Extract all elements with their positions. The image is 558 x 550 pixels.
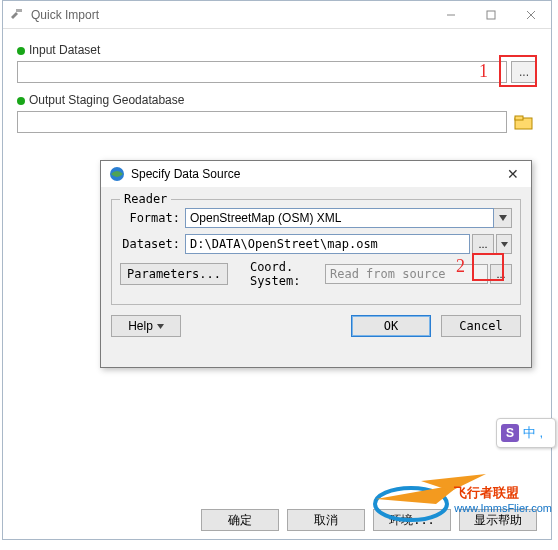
format-combo-arrow[interactable] (494, 208, 512, 228)
hammer-icon (9, 7, 25, 23)
format-label: Format: (120, 211, 180, 225)
globe-icon (109, 166, 125, 182)
required-dot-icon (17, 97, 25, 105)
format-combo[interactable]: OpenStreetMap (OSM) XML (185, 208, 494, 228)
dataset-browse-button[interactable]: ... (472, 234, 494, 254)
output-browse-button[interactable] (511, 111, 537, 133)
ime-mode: 中 , (523, 424, 543, 442)
dialog-ok-button[interactable]: OK (351, 315, 431, 337)
annotation-label-2: 2 (456, 256, 465, 277)
quick-import-button-bar: 确定 取消 环境... 显示帮助 (3, 509, 551, 531)
ok-button[interactable]: 确定 (201, 509, 279, 531)
folder-icon (514, 113, 534, 131)
parameters-button[interactable]: Parameters... (120, 263, 228, 285)
quick-import-titlebar: Quick Import (3, 1, 551, 29)
ime-badge[interactable]: S 中 , (496, 418, 556, 448)
coord-browse-button[interactable]: ... (490, 264, 512, 284)
specify-data-source-dialog: Specify Data Source ✕ Reader Format: Ope… (100, 160, 532, 368)
quick-import-title: Quick Import (31, 8, 99, 22)
output-geodatabase-field[interactable] (17, 111, 507, 133)
input-dataset-label: Input Dataset (17, 43, 537, 57)
quick-import-body: Input Dataset ... Output Staging Geodata… (3, 29, 551, 157)
minimize-button[interactable] (431, 1, 471, 29)
output-geodatabase-label: Output Staging Geodatabase (17, 93, 537, 107)
maximize-button[interactable] (471, 1, 511, 29)
svg-rect-6 (515, 116, 523, 120)
data-source-titlebar: Specify Data Source ✕ (101, 161, 531, 187)
reader-group: Reader Format: OpenStreetMap (OSM) XML D… (111, 199, 521, 305)
svg-rect-2 (487, 11, 495, 19)
ime-logo-icon: S (501, 424, 519, 442)
coord-system-label: Coord. System: (250, 260, 321, 288)
chevron-down-icon (157, 324, 164, 329)
chevron-down-icon (499, 215, 507, 221)
dataset-dropdown-button[interactable] (496, 234, 512, 254)
cancel-button[interactable]: 取消 (287, 509, 365, 531)
show-help-button[interactable]: 显示帮助 (459, 509, 537, 531)
chevron-down-icon (501, 242, 508, 247)
dialog-cancel-button[interactable]: Cancel (441, 315, 521, 337)
input-browse-button[interactable]: ... (511, 61, 537, 83)
input-dataset-field[interactable] (17, 61, 507, 83)
reader-legend: Reader (120, 192, 171, 206)
required-dot-icon (17, 47, 25, 55)
data-source-title: Specify Data Source (131, 167, 240, 181)
close-button[interactable] (511, 1, 551, 29)
dataset-label: Dataset: (120, 237, 180, 251)
help-button[interactable]: Help (111, 315, 181, 337)
annotation-label-1: 1 (479, 61, 488, 82)
dataset-field[interactable] (185, 234, 470, 254)
environments-button[interactable]: 环境... (373, 509, 451, 531)
dialog-close-button[interactable]: ✕ (503, 164, 523, 184)
svg-rect-0 (16, 9, 22, 12)
